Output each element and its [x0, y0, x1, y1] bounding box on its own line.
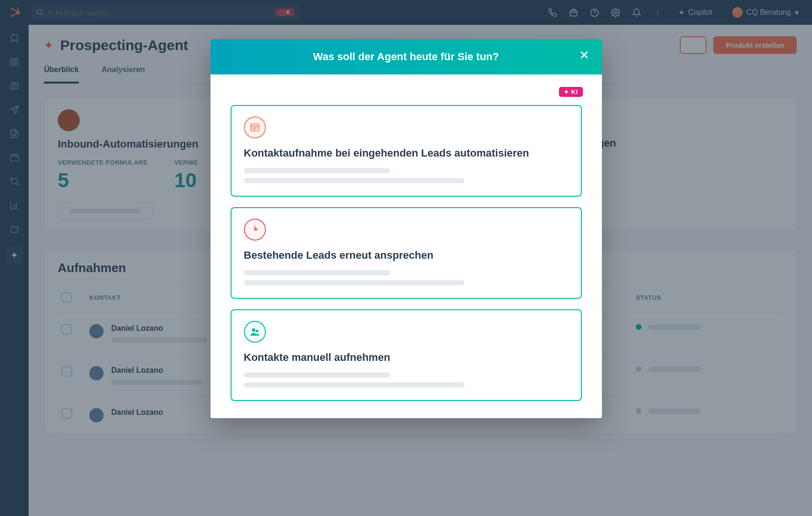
placeholder	[244, 372, 390, 378]
flame-icon	[244, 219, 266, 241]
placeholder	[244, 270, 390, 275]
people-icon	[244, 321, 266, 343]
placeholder	[244, 168, 390, 173]
close-icon[interactable]	[578, 49, 592, 63]
ai-badge: ✦ KI	[559, 87, 583, 97]
svg-point-17	[252, 328, 255, 332]
option-title: Kontaktaufnahme bei eingehenden Leads au…	[244, 147, 569, 159]
placeholder	[244, 178, 464, 183]
option-title: Bestehende Leads erneut ansprechen	[244, 249, 569, 262]
placeholder	[244, 382, 464, 388]
option-manual-enroll[interactable]: Kontakte manuell aufnehmen	[231, 309, 582, 401]
form-icon	[244, 116, 266, 138]
option-automate-inbound[interactable]: Kontaktaufnahme bei eingehenden Leads au…	[231, 105, 582, 197]
placeholder	[244, 280, 464, 285]
modal-header: Was soll der Agent heute für Sie tun?	[211, 39, 602, 74]
modal-title: Was soll der Agent heute für Sie tun?	[224, 51, 589, 63]
option-title: Kontakte manuell aufnehmen	[244, 351, 569, 364]
modal: Was soll der Agent heute für Sie tun? ✦ …	[211, 39, 602, 418]
svg-point-18	[255, 329, 258, 332]
modal-overlay[interactable]: Was soll der Agent heute für Sie tun? ✦ …	[0, 0, 812, 516]
option-reengage-leads[interactable]: Bestehende Leads erneut ansprechen	[231, 207, 582, 299]
